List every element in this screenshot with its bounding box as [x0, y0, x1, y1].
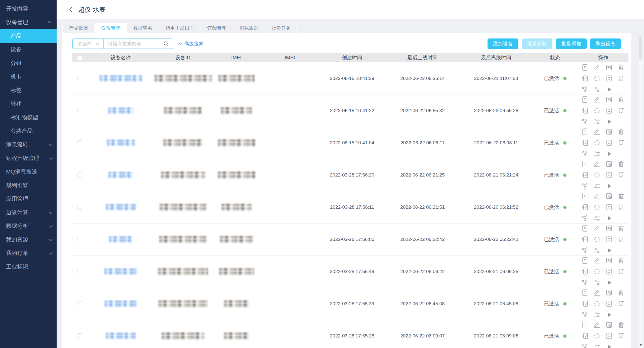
sidebar-item-device-mgmt[interactable]: 设备管理: [0, 16, 57, 29]
sidebar-item-msg-flow[interactable]: 消息流转: [0, 138, 57, 151]
tab-data-view[interactable]: 数据查看: [127, 23, 159, 33]
detail-icon[interactable]: [581, 64, 589, 71]
edit-icon[interactable]: [593, 192, 601, 200]
config-icon[interactable]: [593, 150, 601, 158]
detail-icon[interactable]: [581, 321, 589, 329]
topology-icon[interactable]: [581, 150, 589, 158]
sidebar-item-transfer[interactable]: 转移: [0, 97, 57, 111]
config-icon[interactable]: [593, 86, 601, 93]
run-icon[interactable]: [605, 214, 613, 222]
command-send-icon[interactable]: [581, 75, 589, 82]
tab-batch-task[interactable]: 批量任务: [265, 23, 298, 33]
sidebar-item-sim-card[interactable]: 机卡: [0, 70, 57, 83]
sidebar-item-public-product[interactable]: 公共产品: [0, 124, 57, 138]
search-field-select[interactable]: 请选择: [73, 39, 103, 49]
detail-icon[interactable]: [581, 257, 589, 264]
log-view-icon[interactable]: [605, 96, 613, 103]
firmware-icon[interactable]: [605, 236, 613, 243]
sidebar-item-mq-push[interactable]: MQ消息推送: [0, 165, 57, 179]
detail-icon[interactable]: [581, 192, 589, 200]
loop-icon[interactable]: [593, 171, 601, 179]
loop-icon[interactable]: [593, 139, 601, 147]
topology-icon[interactable]: [581, 214, 589, 222]
edit-icon[interactable]: [593, 257, 601, 264]
command-send-icon[interactable]: [581, 300, 589, 308]
command-send-icon[interactable]: [581, 236, 589, 243]
sidebar-item-dev-guide[interactable]: 开发向导: [0, 2, 57, 16]
tag-add-icon[interactable]: [617, 203, 625, 211]
config-icon[interactable]: [593, 311, 601, 319]
tag-add-icon[interactable]: [617, 236, 625, 243]
add-device-button[interactable]: 添加设备: [488, 38, 518, 49]
topology-icon[interactable]: [581, 182, 589, 190]
command-send-icon[interactable]: [581, 139, 589, 147]
sidebar-item-product[interactable]: 产品: [0, 29, 57, 43]
config-icon[interactable]: [593, 214, 601, 222]
sidebar-item-device[interactable]: 设备: [0, 43, 57, 56]
command-send-icon[interactable]: [581, 332, 589, 340]
topology-icon[interactable]: [581, 247, 589, 254]
sidebar-item-app-mgmt[interactable]: 应用管理: [0, 192, 57, 206]
row-checkbox[interactable]: [77, 205, 82, 210]
device-name-redacted[interactable]: [106, 204, 136, 210]
tab-device-mgmt[interactable]: 设备管理: [94, 23, 127, 33]
config-icon[interactable]: [593, 343, 601, 348]
config-icon[interactable]: [593, 247, 601, 254]
detail-icon[interactable]: [581, 160, 589, 168]
back-button[interactable]: [67, 6, 75, 13]
export-device-button[interactable]: 导出设备: [590, 38, 621, 49]
device-name-redacted[interactable]: [104, 300, 137, 307]
tag-add-icon[interactable]: [617, 332, 625, 340]
sidebar-item-group[interactable]: 分组: [0, 56, 57, 70]
edit-icon[interactable]: [593, 160, 601, 168]
topology-icon[interactable]: [581, 311, 589, 319]
tag-add-icon[interactable]: [617, 139, 625, 147]
run-icon[interactable]: [605, 150, 613, 158]
device-name-redacted[interactable]: [108, 107, 134, 114]
run-icon[interactable]: [605, 279, 613, 286]
loop-icon[interactable]: [593, 203, 601, 211]
log-view-icon[interactable]: [605, 321, 613, 329]
log-view-icon[interactable]: [605, 128, 613, 136]
detail-icon[interactable]: [581, 289, 589, 296]
firmware-icon[interactable]: [605, 268, 613, 275]
tag-add-icon[interactable]: [617, 171, 625, 179]
run-icon[interactable]: [605, 311, 613, 319]
search-button[interactable]: [159, 39, 173, 49]
device-name-redacted[interactable]: [106, 333, 136, 339]
tab-command-log[interactable]: 指令下发日志: [159, 23, 200, 33]
config-icon[interactable]: [593, 182, 601, 190]
advanced-search-link[interactable]: 高级搜索: [178, 40, 204, 47]
edit-icon[interactable]: [593, 289, 601, 296]
delete-icon[interactable]: [617, 96, 625, 103]
topology-icon[interactable]: [581, 279, 589, 286]
row-checkbox[interactable]: [77, 237, 82, 242]
batch-add-button[interactable]: 批量添加: [556, 38, 587, 49]
run-icon[interactable]: [605, 343, 613, 348]
tag-add-icon[interactable]: [617, 300, 625, 308]
tag-add-icon[interactable]: [617, 268, 625, 275]
edit-icon[interactable]: [593, 321, 601, 329]
sidebar-item-tag[interactable]: 标签: [0, 83, 57, 97]
log-view-icon[interactable]: [605, 225, 613, 232]
delete-icon[interactable]: [617, 289, 625, 296]
command-send-icon[interactable]: [581, 171, 589, 179]
command-send-icon[interactable]: [581, 107, 589, 114]
loop-icon[interactable]: [593, 332, 601, 340]
log-view-icon[interactable]: [605, 192, 613, 200]
tab-subscribe-mgmt[interactable]: 订阅管理: [200, 23, 233, 33]
tag-add-icon[interactable]: [617, 107, 625, 114]
edit-icon[interactable]: [593, 64, 601, 71]
sidebar-item-my-order[interactable]: 我的订单: [0, 246, 57, 260]
delete-icon[interactable]: [617, 128, 625, 136]
loop-icon[interactable]: [593, 75, 601, 82]
row-checkbox[interactable]: [77, 269, 82, 274]
scroll-down-arrow[interactable]: [639, 344, 642, 346]
firmware-icon[interactable]: [605, 332, 613, 340]
row-checkbox[interactable]: [77, 172, 82, 178]
command-send-icon[interactable]: [581, 203, 589, 211]
delete-icon[interactable]: [617, 225, 625, 232]
loop-icon[interactable]: [593, 300, 601, 308]
scrollbar[interactable]: [639, 36, 643, 348]
sidebar-item-standard-model[interactable]: 标准物模型: [0, 111, 57, 124]
